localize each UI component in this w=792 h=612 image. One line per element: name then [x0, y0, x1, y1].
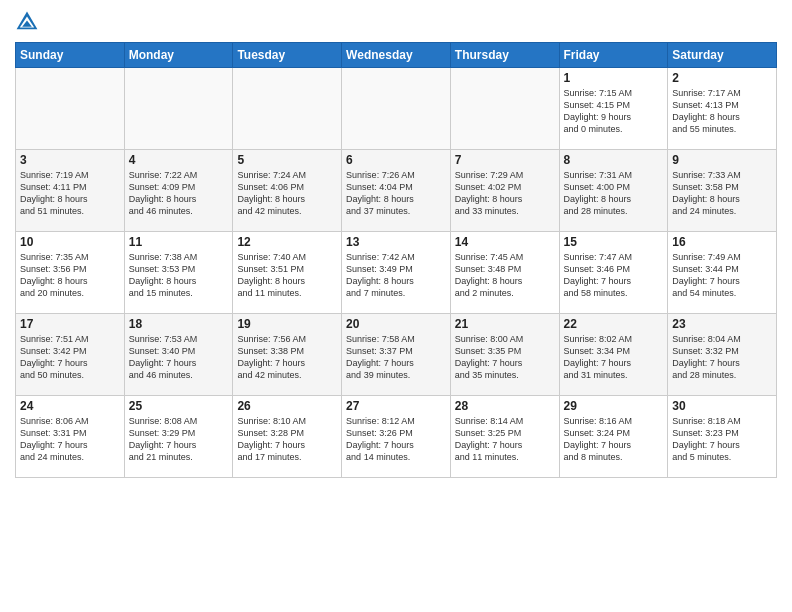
day-number: 22	[564, 317, 664, 331]
day-info: Sunrise: 8:10 AM Sunset: 3:28 PM Dayligh…	[237, 415, 337, 464]
day-info: Sunrise: 8:04 AM Sunset: 3:32 PM Dayligh…	[672, 333, 772, 382]
day-info: Sunrise: 7:45 AM Sunset: 3:48 PM Dayligh…	[455, 251, 555, 300]
day-number: 3	[20, 153, 120, 167]
day-info: Sunrise: 7:38 AM Sunset: 3:53 PM Dayligh…	[129, 251, 229, 300]
calendar-cell: 14Sunrise: 7:45 AM Sunset: 3:48 PM Dayli…	[450, 232, 559, 314]
calendar-cell: 17Sunrise: 7:51 AM Sunset: 3:42 PM Dayli…	[16, 314, 125, 396]
calendar-cell: 28Sunrise: 8:14 AM Sunset: 3:25 PM Dayli…	[450, 396, 559, 478]
calendar-cell	[450, 68, 559, 150]
calendar-cell: 2Sunrise: 7:17 AM Sunset: 4:13 PM Daylig…	[668, 68, 777, 150]
day-info: Sunrise: 7:49 AM Sunset: 3:44 PM Dayligh…	[672, 251, 772, 300]
calendar-cell: 25Sunrise: 8:08 AM Sunset: 3:29 PM Dayli…	[124, 396, 233, 478]
day-info: Sunrise: 7:35 AM Sunset: 3:56 PM Dayligh…	[20, 251, 120, 300]
calendar-header-sunday: Sunday	[16, 43, 125, 68]
day-number: 12	[237, 235, 337, 249]
page-header	[15, 10, 777, 34]
day-number: 2	[672, 71, 772, 85]
calendar-cell: 19Sunrise: 7:56 AM Sunset: 3:38 PM Dayli…	[233, 314, 342, 396]
day-number: 19	[237, 317, 337, 331]
calendar-cell: 4Sunrise: 7:22 AM Sunset: 4:09 PM Daylig…	[124, 150, 233, 232]
day-info: Sunrise: 8:14 AM Sunset: 3:25 PM Dayligh…	[455, 415, 555, 464]
calendar-header-tuesday: Tuesday	[233, 43, 342, 68]
calendar-cell: 6Sunrise: 7:26 AM Sunset: 4:04 PM Daylig…	[342, 150, 451, 232]
calendar-week-row: 1Sunrise: 7:15 AM Sunset: 4:15 PM Daylig…	[16, 68, 777, 150]
day-info: Sunrise: 8:12 AM Sunset: 3:26 PM Dayligh…	[346, 415, 446, 464]
calendar-cell: 26Sunrise: 8:10 AM Sunset: 3:28 PM Dayli…	[233, 396, 342, 478]
calendar-cell: 16Sunrise: 7:49 AM Sunset: 3:44 PM Dayli…	[668, 232, 777, 314]
calendar-cell: 1Sunrise: 7:15 AM Sunset: 4:15 PM Daylig…	[559, 68, 668, 150]
day-info: Sunrise: 7:56 AM Sunset: 3:38 PM Dayligh…	[237, 333, 337, 382]
day-number: 9	[672, 153, 772, 167]
calendar-week-row: 10Sunrise: 7:35 AM Sunset: 3:56 PM Dayli…	[16, 232, 777, 314]
calendar-cell: 24Sunrise: 8:06 AM Sunset: 3:31 PM Dayli…	[16, 396, 125, 478]
day-info: Sunrise: 7:29 AM Sunset: 4:02 PM Dayligh…	[455, 169, 555, 218]
logo	[15, 10, 43, 34]
day-number: 14	[455, 235, 555, 249]
calendar-cell	[233, 68, 342, 150]
calendar-week-row: 24Sunrise: 8:06 AM Sunset: 3:31 PM Dayli…	[16, 396, 777, 478]
day-number: 5	[237, 153, 337, 167]
day-number: 27	[346, 399, 446, 413]
calendar-header-monday: Monday	[124, 43, 233, 68]
day-info: Sunrise: 7:22 AM Sunset: 4:09 PM Dayligh…	[129, 169, 229, 218]
day-number: 18	[129, 317, 229, 331]
calendar-cell: 10Sunrise: 7:35 AM Sunset: 3:56 PM Dayli…	[16, 232, 125, 314]
day-info: Sunrise: 7:17 AM Sunset: 4:13 PM Dayligh…	[672, 87, 772, 136]
day-number: 28	[455, 399, 555, 413]
day-number: 20	[346, 317, 446, 331]
calendar-cell	[124, 68, 233, 150]
calendar-cell: 18Sunrise: 7:53 AM Sunset: 3:40 PM Dayli…	[124, 314, 233, 396]
calendar-cell: 8Sunrise: 7:31 AM Sunset: 4:00 PM Daylig…	[559, 150, 668, 232]
day-number: 21	[455, 317, 555, 331]
calendar-header-friday: Friday	[559, 43, 668, 68]
day-info: Sunrise: 7:33 AM Sunset: 3:58 PM Dayligh…	[672, 169, 772, 218]
day-number: 29	[564, 399, 664, 413]
calendar-cell: 27Sunrise: 8:12 AM Sunset: 3:26 PM Dayli…	[342, 396, 451, 478]
calendar-cell: 11Sunrise: 7:38 AM Sunset: 3:53 PM Dayli…	[124, 232, 233, 314]
day-info: Sunrise: 7:24 AM Sunset: 4:06 PM Dayligh…	[237, 169, 337, 218]
day-number: 4	[129, 153, 229, 167]
day-info: Sunrise: 7:26 AM Sunset: 4:04 PM Dayligh…	[346, 169, 446, 218]
calendar-header-row: SundayMondayTuesdayWednesdayThursdayFrid…	[16, 43, 777, 68]
day-info: Sunrise: 7:19 AM Sunset: 4:11 PM Dayligh…	[20, 169, 120, 218]
day-number: 8	[564, 153, 664, 167]
day-info: Sunrise: 7:31 AM Sunset: 4:00 PM Dayligh…	[564, 169, 664, 218]
calendar-table: SundayMondayTuesdayWednesdayThursdayFrid…	[15, 42, 777, 478]
day-info: Sunrise: 8:18 AM Sunset: 3:23 PM Dayligh…	[672, 415, 772, 464]
calendar-cell: 20Sunrise: 7:58 AM Sunset: 3:37 PM Dayli…	[342, 314, 451, 396]
calendar-page: SundayMondayTuesdayWednesdayThursdayFrid…	[0, 0, 792, 612]
day-info: Sunrise: 8:06 AM Sunset: 3:31 PM Dayligh…	[20, 415, 120, 464]
calendar-cell: 7Sunrise: 7:29 AM Sunset: 4:02 PM Daylig…	[450, 150, 559, 232]
day-info: Sunrise: 7:58 AM Sunset: 3:37 PM Dayligh…	[346, 333, 446, 382]
day-number: 1	[564, 71, 664, 85]
day-info: Sunrise: 8:00 AM Sunset: 3:35 PM Dayligh…	[455, 333, 555, 382]
calendar-cell: 3Sunrise: 7:19 AM Sunset: 4:11 PM Daylig…	[16, 150, 125, 232]
day-info: Sunrise: 7:40 AM Sunset: 3:51 PM Dayligh…	[237, 251, 337, 300]
calendar-cell: 15Sunrise: 7:47 AM Sunset: 3:46 PM Dayli…	[559, 232, 668, 314]
day-number: 11	[129, 235, 229, 249]
day-number: 10	[20, 235, 120, 249]
day-info: Sunrise: 8:16 AM Sunset: 3:24 PM Dayligh…	[564, 415, 664, 464]
day-number: 30	[672, 399, 772, 413]
calendar-week-row: 17Sunrise: 7:51 AM Sunset: 3:42 PM Dayli…	[16, 314, 777, 396]
calendar-cell	[16, 68, 125, 150]
day-number: 16	[672, 235, 772, 249]
calendar-header-wednesday: Wednesday	[342, 43, 451, 68]
calendar-cell	[342, 68, 451, 150]
day-number: 17	[20, 317, 120, 331]
day-info: Sunrise: 7:47 AM Sunset: 3:46 PM Dayligh…	[564, 251, 664, 300]
calendar-cell: 5Sunrise: 7:24 AM Sunset: 4:06 PM Daylig…	[233, 150, 342, 232]
day-number: 15	[564, 235, 664, 249]
calendar-week-row: 3Sunrise: 7:19 AM Sunset: 4:11 PM Daylig…	[16, 150, 777, 232]
calendar-cell: 9Sunrise: 7:33 AM Sunset: 3:58 PM Daylig…	[668, 150, 777, 232]
day-number: 13	[346, 235, 446, 249]
day-number: 6	[346, 153, 446, 167]
day-number: 25	[129, 399, 229, 413]
day-number: 26	[237, 399, 337, 413]
day-info: Sunrise: 7:42 AM Sunset: 3:49 PM Dayligh…	[346, 251, 446, 300]
day-number: 24	[20, 399, 120, 413]
calendar-cell: 12Sunrise: 7:40 AM Sunset: 3:51 PM Dayli…	[233, 232, 342, 314]
calendar-cell: 30Sunrise: 8:18 AM Sunset: 3:23 PM Dayli…	[668, 396, 777, 478]
day-info: Sunrise: 8:08 AM Sunset: 3:29 PM Dayligh…	[129, 415, 229, 464]
day-number: 7	[455, 153, 555, 167]
